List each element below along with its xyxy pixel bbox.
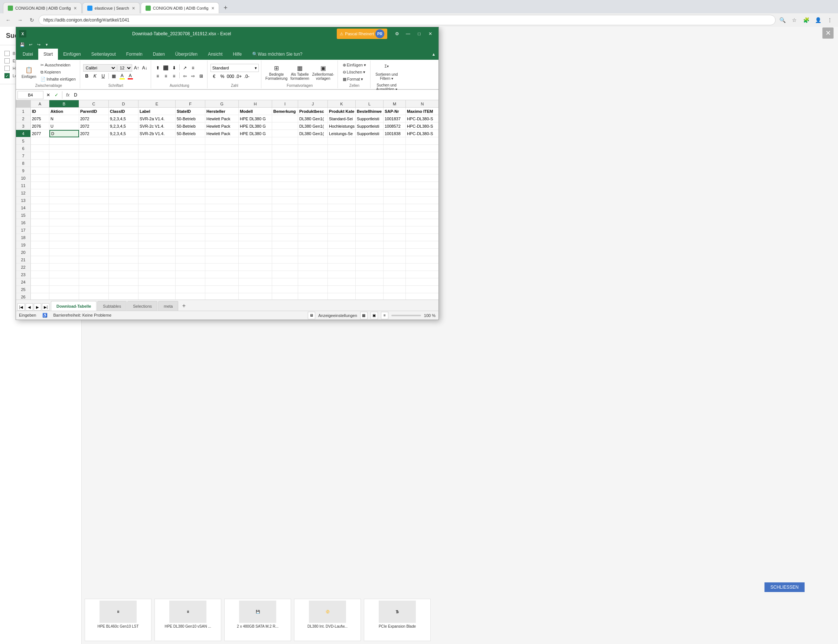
browser-tab-2[interactable]: elasticvue | Search × bbox=[82, 2, 140, 13]
cell-h21[interactable] bbox=[239, 256, 272, 263]
italic-button[interactable]: K bbox=[91, 72, 99, 80]
cell-l6[interactable] bbox=[356, 145, 384, 152]
cell-f18[interactable] bbox=[176, 234, 205, 241]
cell-i4[interactable] bbox=[272, 130, 298, 137]
cell-m15[interactable] bbox=[384, 212, 406, 219]
align-bottom-button[interactable]: ⬇ bbox=[171, 64, 178, 72]
cell-l19[interactable] bbox=[356, 241, 384, 249]
format-button[interactable]: ▦ Format ▾ bbox=[341, 76, 368, 82]
cell-m13[interactable] bbox=[384, 197, 406, 204]
decrease-indent-button[interactable]: ⇦ bbox=[181, 72, 189, 80]
cell-g19[interactable] bbox=[205, 241, 239, 249]
cell-j24[interactable] bbox=[298, 278, 328, 286]
cell-h5[interactable] bbox=[239, 137, 272, 145]
excel-minimize-button[interactable]: — bbox=[403, 29, 413, 39]
cell-i17[interactable] bbox=[272, 227, 298, 234]
cell-b24[interactable] bbox=[49, 278, 79, 286]
cell-k26[interactable] bbox=[328, 293, 356, 299]
cell-d14[interactable] bbox=[109, 204, 138, 212]
cell-b8[interactable] bbox=[49, 159, 79, 167]
cell-h18[interactable] bbox=[239, 234, 272, 241]
col-header-i[interactable]: I bbox=[272, 100, 298, 107]
cell-d7[interactable] bbox=[109, 152, 138, 159]
cell-d26[interactable] bbox=[109, 293, 138, 299]
sheet-tab-subtables[interactable]: Subtables bbox=[97, 301, 127, 310]
excel-close-button[interactable]: ✕ bbox=[425, 29, 435, 39]
merge-button[interactable]: ⊞ bbox=[197, 72, 205, 80]
cell-m3[interactable]: 1008572 bbox=[384, 123, 406, 130]
cell-i20[interactable] bbox=[272, 249, 298, 256]
normal-view-button[interactable]: ▦ bbox=[360, 312, 368, 319]
cell-d6[interactable] bbox=[109, 145, 138, 152]
cell-n17[interactable] bbox=[406, 227, 439, 234]
qa-dropdown-button[interactable]: ▾ bbox=[43, 41, 50, 48]
tab-close-1[interactable]: × bbox=[74, 5, 77, 11]
cell-c17[interactable] bbox=[79, 227, 109, 234]
cell-f13[interactable] bbox=[176, 197, 205, 204]
extensions-icon[interactable]: 🧩 bbox=[801, 15, 811, 25]
cell-c1[interactable]: ParentID bbox=[79, 108, 109, 115]
cell-j25[interactable] bbox=[298, 286, 328, 293]
cell-j8[interactable] bbox=[298, 159, 328, 167]
undo-button[interactable]: ↩ bbox=[27, 41, 34, 48]
bookmark-icon[interactable]: ☆ bbox=[789, 15, 799, 25]
cell-l20[interactable] bbox=[356, 249, 384, 256]
cell-e10[interactable] bbox=[138, 174, 176, 182]
refresh-button[interactable]: ↻ bbox=[27, 15, 37, 25]
cell-b20[interactable] bbox=[49, 249, 79, 256]
cell-n8[interactable] bbox=[406, 159, 439, 167]
cell-e21[interactable] bbox=[138, 256, 176, 263]
cell-f12[interactable] bbox=[176, 189, 205, 197]
cell-i3[interactable] bbox=[272, 123, 298, 130]
cell-k24[interactable] bbox=[328, 278, 356, 286]
cell-l25[interactable] bbox=[356, 286, 384, 293]
cell-c6[interactable] bbox=[79, 145, 109, 152]
cell-b7[interactable] bbox=[49, 152, 79, 159]
sheet-main[interactable]: A B C D E F G H I J K L M N O 1 bbox=[16, 100, 439, 299]
cell-d8[interactable] bbox=[109, 159, 138, 167]
cell-n13[interactable] bbox=[406, 197, 439, 204]
cell-d17[interactable] bbox=[109, 227, 138, 234]
cell-m20[interactable] bbox=[384, 249, 406, 256]
cell-f6[interactable] bbox=[176, 145, 205, 152]
cell-d5[interactable] bbox=[109, 137, 138, 145]
cell-i9[interactable] bbox=[272, 167, 298, 174]
wrap-text-button[interactable]: ≡ bbox=[189, 64, 197, 72]
cell-i23[interactable] bbox=[272, 271, 298, 278]
cell-l8[interactable] bbox=[356, 159, 384, 167]
cell-l23[interactable] bbox=[356, 271, 384, 278]
cell-c5[interactable] bbox=[79, 137, 109, 145]
cell-l9[interactable] bbox=[356, 167, 384, 174]
cell-b1[interactable]: Aktion bbox=[49, 108, 79, 115]
cell-i22[interactable] bbox=[272, 263, 298, 271]
sheet-nav-last[interactable]: ▶| bbox=[42, 303, 49, 310]
align-left-button[interactable]: ≡ bbox=[154, 72, 161, 80]
cell-h9[interactable] bbox=[239, 167, 272, 174]
cell-l14[interactable] bbox=[356, 204, 384, 212]
cell-n15[interactable] bbox=[406, 212, 439, 219]
cell-g24[interactable] bbox=[205, 278, 239, 286]
cell-b11[interactable] bbox=[49, 182, 79, 189]
cell-f26[interactable] bbox=[176, 293, 205, 299]
cell-l16[interactable] bbox=[356, 219, 384, 227]
cell-f7[interactable] bbox=[176, 152, 205, 159]
formula-confirm-button[interactable]: ✓ bbox=[53, 92, 60, 98]
cell-n16[interactable] bbox=[406, 219, 439, 227]
align-top-button[interactable]: ⬆ bbox=[154, 64, 161, 72]
decrease-decimal-button[interactable]: .0- bbox=[243, 73, 251, 80]
col-header-h[interactable]: H bbox=[239, 100, 272, 107]
paste-button[interactable]: 📋 Einfügen bbox=[20, 61, 38, 83]
cell-e25[interactable] bbox=[138, 286, 176, 293]
cell-h11[interactable] bbox=[239, 182, 272, 189]
cell-l18[interactable] bbox=[356, 234, 384, 241]
cell-a20[interactable] bbox=[31, 249, 49, 256]
cell-k4[interactable]: Leistungs-Se bbox=[328, 130, 356, 137]
cell-g15[interactable] bbox=[205, 212, 239, 219]
cell-g26[interactable] bbox=[205, 293, 239, 299]
cell-a25[interactable] bbox=[31, 286, 49, 293]
cell-b19[interactable] bbox=[49, 241, 79, 249]
cell-m1[interactable]: SAP-Nr bbox=[384, 108, 406, 115]
cell-b15[interactable] bbox=[49, 212, 79, 219]
border-button[interactable]: ▦ bbox=[110, 72, 118, 80]
cell-e23[interactable] bbox=[138, 271, 176, 278]
